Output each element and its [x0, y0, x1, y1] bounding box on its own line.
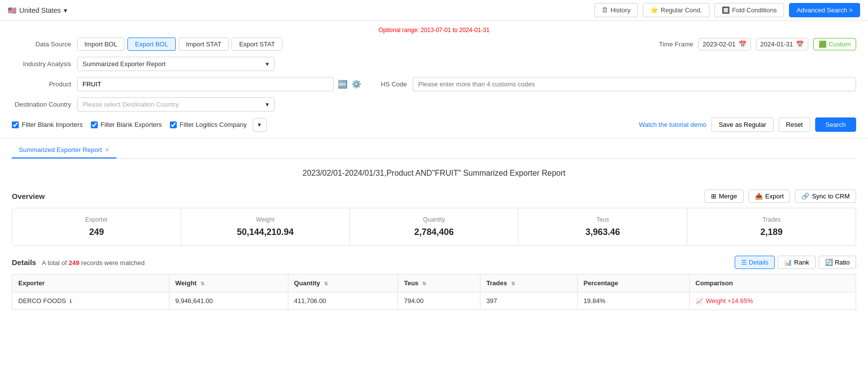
result-tab-bar: Summarized Exporter Report ✕ — [12, 138, 856, 159]
history-button[interactable]: 🗓 History — [594, 3, 638, 17]
country-selector[interactable]: 🇺🇸 United States ▾ — [8, 6, 67, 14]
custom-label: Custom — [829, 40, 851, 48]
result-tab[interactable]: Summarized Exporter Report ✕ — [12, 142, 117, 158]
star-icon: ⭐ — [650, 6, 658, 14]
filter-blank-exporters-checkbox[interactable]: Filter Blank Exporters — [91, 121, 162, 128]
stat-weight-value: 50,144,210.94 — [189, 227, 342, 237]
close-tab-icon[interactable]: ✕ — [105, 147, 110, 154]
rank-view-icon: 📊 — [784, 259, 792, 266]
sync-to-crm-button[interactable]: 🔗 Sync to CRM — [795, 190, 856, 203]
export-button[interactable]: 📤 Export — [749, 190, 790, 203]
filter-logistics-label: Filter Logitics Company — [180, 121, 247, 128]
trades-sort-icon: ⇅ — [511, 281, 515, 286]
destination-country-row: Destination Country Please select Destin… — [12, 97, 856, 112]
td-percentage: 19.84% — [577, 292, 689, 310]
details-section: Details A total of 249 records were matc… — [12, 256, 856, 310]
fold-conditions-button[interactable]: 🔲 Fold Conditions — [714, 3, 784, 17]
export-stat-button[interactable]: Export STAT — [232, 38, 282, 51]
overview-section: Overview ⊞ Merge 📤 Export 🔗 Sync to CRM … — [12, 190, 856, 246]
teus-sort-icon: ⇅ — [422, 281, 426, 286]
advanced-search-button[interactable]: Advanced Search > — [789, 3, 860, 17]
tutorial-link[interactable]: Watch the tutorial demo — [639, 121, 707, 128]
td-trades: 397 — [480, 292, 578, 310]
merge-icon: ⊞ — [711, 192, 716, 200]
filter-logistics-checkbox[interactable]: Filter Logitics Company — [170, 121, 247, 128]
th-teus[interactable]: Teus ⇅ — [398, 274, 480, 292]
stat-teus: Teus 3,963.46 — [518, 208, 687, 245]
th-teus-label: Teus — [404, 279, 418, 287]
end-date-input[interactable]: 2024-01-31 📅 — [756, 38, 809, 50]
stat-weight-label: Weight — [189, 216, 342, 223]
th-weight[interactable]: Weight ⇅ — [169, 274, 288, 292]
details-header: Details A total of 249 records were matc… — [12, 256, 856, 269]
product-input[interactable] — [77, 77, 334, 91]
details-view-button[interactable]: ☰ Details — [735, 256, 775, 269]
search-panel: Optional range: 2013-07-01 to 2024-01-31… — [0, 21, 868, 138]
top-bar-right: 🗓 History ⭐ Regular Cond. 🔲 Fold Conditi… — [594, 3, 860, 17]
translate-icon[interactable]: 🔤 — [338, 79, 348, 89]
stat-trades-value: 2,189 — [695, 227, 848, 237]
stat-exporter: Exporter 249 — [12, 208, 181, 245]
search-button[interactable]: Search — [815, 117, 856, 132]
th-quantity-label: Quantity — [294, 279, 320, 287]
filter-blank-importers-input[interactable] — [12, 121, 19, 128]
grid-icon: 🔲 — [722, 6, 730, 14]
ratio-view-button[interactable]: 🔄 Ratio — [819, 256, 856, 269]
optional-range: Optional range: 2013-07-01 to 2024-01-31 — [12, 27, 856, 34]
custom-button[interactable]: 🟩 Custom — [813, 38, 856, 50]
import-stat-button[interactable]: Import STAT — [179, 38, 229, 51]
country-name: United States — [19, 6, 61, 14]
stat-exporter-value: 249 — [20, 227, 173, 237]
table-header-row: Exporter Weight ⇅ Quantity ⇅ Teus ⇅ — [12, 274, 856, 292]
top-bar: 🇺🇸 United States ▾ 🗓 History ⭐ Regular C… — [0, 0, 868, 21]
start-date-value: 2023-02-01 — [703, 40, 736, 48]
td-comparison: 📈 Weight +14.65% — [689, 292, 856, 310]
hs-code-input[interactable] — [413, 77, 856, 91]
stat-teus-label: Teus — [526, 216, 679, 223]
results-area: Summarized Exporter Report ✕ 2023/02/01-… — [0, 138, 868, 322]
industry-analysis-select[interactable]: Summarized Exporter Report ▾ — [77, 57, 275, 71]
timeframe-label: Time Frame — [659, 40, 694, 48]
th-trades[interactable]: Trades ⇅ — [480, 274, 578, 292]
th-percentage-label: Percentage — [584, 279, 618, 287]
info-icon[interactable]: ℹ — [70, 298, 72, 304]
chevron-down-icon-3: ▾ — [266, 101, 269, 108]
action-row: Filter Blank Importers Filter Blank Expo… — [12, 117, 856, 132]
regular-cond-label: Regular Cond. — [661, 6, 702, 14]
settings-icon[interactable]: ⚙️ — [352, 79, 361, 89]
rank-view-label: Rank — [794, 259, 809, 266]
expand-button[interactable]: ▾ — [253, 118, 267, 132]
end-date-value: 2024-01-31 — [760, 40, 793, 48]
overview-header: Overview ⊞ Merge 📤 Export 🔗 Sync to CRM — [12, 190, 856, 203]
details-view-icon: ☰ — [741, 259, 747, 266]
merge-label: Merge — [719, 192, 737, 200]
th-comparison-label: Comparison — [696, 279, 733, 287]
start-date-input[interactable]: 2023-02-01 📅 — [698, 38, 751, 50]
chevron-down-icon-4: ▾ — [258, 121, 261, 128]
industry-analysis-label: Industry Analysis — [12, 60, 71, 68]
th-weight-label: Weight — [175, 279, 197, 287]
destination-country-select[interactable]: Please select Destination Country ▾ — [77, 97, 275, 112]
rank-view-button[interactable]: 📊 Rank — [778, 256, 815, 269]
export-icon: 📤 — [755, 192, 763, 200]
th-trades-label: Trades — [486, 279, 507, 287]
filter-blank-importers-label: Filter Blank Importers — [22, 121, 83, 128]
filter-blank-importers-checkbox[interactable]: Filter Blank Importers — [12, 121, 83, 128]
calendar-icon-2: 📅 — [796, 40, 804, 48]
stat-quantity-label: Quantity — [358, 216, 511, 223]
details-view-label: Details — [749, 259, 769, 266]
regular-cond-button[interactable]: ⭐ Regular Cond. — [643, 3, 710, 17]
merge-button[interactable]: ⊞ Merge — [705, 190, 744, 203]
filter-logistics-input[interactable] — [170, 121, 177, 128]
reset-button[interactable]: Reset — [779, 117, 810, 132]
save-as-regular-button[interactable]: Save as Regular — [711, 117, 774, 132]
export-bol-button[interactable]: Export BOL — [127, 38, 175, 51]
comparison-value: Weight +14.65% — [706, 297, 753, 305]
calendar-icon: 📅 — [739, 40, 747, 48]
table-body: DERCO FOODS ℹ 9,946,641.00 411,706.00 79… — [12, 292, 856, 310]
import-bol-button[interactable]: Import BOL — [77, 38, 124, 51]
th-quantity[interactable]: Quantity ⇅ — [288, 274, 398, 292]
td-teus: 794.00 — [398, 292, 480, 310]
filter-blank-exporters-input[interactable] — [91, 121, 98, 128]
ratio-view-icon: 🔄 — [825, 259, 833, 266]
